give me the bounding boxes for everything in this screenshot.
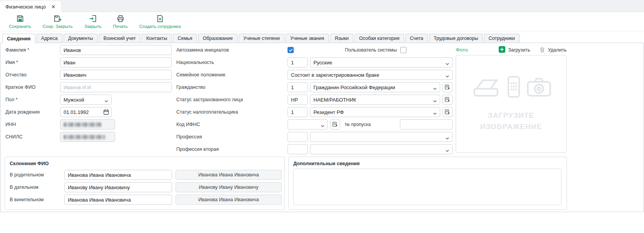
field-patronymic: Отчество: [5, 70, 172, 80]
create-employee-button[interactable]: Создать сотрудника: [134, 13, 187, 30]
dative-suggestion-button[interactable]: Иванову Ивану Ивановичу: [176, 182, 282, 192]
tab-uchenye-zvaniya[interactable]: Ученые звания: [286, 34, 329, 43]
genitive-label: В родительном: [10, 172, 64, 178]
ifns-code-select[interactable]: [288, 119, 328, 129]
save-close-button[interactable]: Сохр. Закрыть: [37, 13, 78, 30]
gender-select[interactable]: Мужской: [60, 95, 112, 105]
citizenship-lookup-button[interactable]: [443, 82, 453, 92]
declension-row-genitive: В родительном Иванова Ивана Ивановича: [10, 170, 282, 180]
tab-kontakty[interactable]: Контакты: [141, 34, 172, 43]
citizenship-code-input[interactable]: [288, 82, 308, 92]
photo-upload-button[interactable]: Загрузить: [499, 46, 530, 54]
tab-osobaya-kategoriya[interactable]: Особая категория: [355, 34, 404, 43]
tab-dokumenty[interactable]: Документы: [64, 34, 98, 43]
trash-icon: [539, 47, 545, 54]
close-button[interactable]: Закрыть: [79, 13, 107, 30]
insured-status-lookup-button[interactable]: [443, 95, 453, 105]
nationality-code-input[interactable]: [288, 57, 308, 67]
short-fio-input[interactable]: [60, 82, 172, 92]
field-birth-date: Дата рождения: [5, 107, 112, 117]
marital-status-select[interactable]: Состоит в зарегистрированном браке: [288, 70, 453, 80]
ifns-code-label: Код ИФНС: [176, 122, 288, 127]
declension-row-dative: В дательном Иванову Ивану Ивановичу: [10, 182, 282, 192]
genitive-input[interactable]: [64, 170, 172, 180]
chevron-down-icon: [445, 148, 449, 151]
tab-sotrudniki[interactable]: Сотрудники: [484, 34, 520, 43]
print-button[interactable]: Печать: [107, 13, 134, 30]
exit-icon: [89, 14, 97, 23]
taxpayer-status-lookup-button[interactable]: [443, 107, 453, 117]
inn-input[interactable]: [60, 119, 115, 129]
auto-initials-label: Автозамена инициалов: [176, 47, 288, 53]
field-short-fio: Краткое ФИО: [5, 82, 172, 92]
calendar-icon[interactable]: [103, 109, 109, 115]
dative-input[interactable]: [64, 182, 172, 192]
chevron-down-icon: [104, 98, 108, 101]
camera-icon: [526, 76, 552, 100]
photo-placeholder-icons: [470, 76, 552, 100]
field-marital-status: Семейное положение Состоит в зарегистрир…: [176, 70, 453, 80]
profession-second-label: Профессия вторая: [176, 147, 288, 152]
auto-initials-checkbox[interactable]: [288, 47, 294, 53]
print-label: Печать: [113, 24, 128, 29]
nationality-select[interactable]: Русские: [310, 57, 453, 67]
additional-info-textarea[interactable]: [293, 169, 561, 205]
field-gender: Пол * Мужской: [5, 95, 112, 105]
dative-label: В дательном: [10, 185, 64, 190]
citizenship-label: Гражданство: [176, 85, 288, 90]
tab-bar: Сведения Адреса Документы Воинский учет …: [2, 34, 520, 43]
create-employee-icon: [156, 14, 164, 23]
photo-dropzone[interactable]: ЗАГРУЗИТЕ ИЗОБРАЖЕНИЕ: [456, 55, 567, 153]
snils-input[interactable]: [60, 132, 115, 142]
save-button[interactable]: Сохранить: [3, 13, 37, 30]
field-inn: ИНН: [5, 119, 115, 129]
profession-code-input[interactable]: [288, 132, 308, 142]
accusative-input[interactable]: [64, 195, 172, 205]
firstname-input[interactable]: [60, 57, 172, 67]
taxpayer-status-select[interactable]: Резидент РФ: [310, 107, 440, 117]
insured-status-select[interactable]: НАЕМ/РАБОТНИК: [310, 95, 440, 105]
tab-yazyki[interactable]: Языки: [330, 34, 353, 43]
profession-select[interactable]: [310, 132, 453, 142]
field-ifns-code: Код ИФНС № пропуска: [176, 119, 453, 129]
patronymic-input[interactable]: [60, 70, 172, 80]
pass-number-input[interactable]: [400, 119, 453, 129]
tab-svedeniya[interactable]: Сведения: [2, 34, 35, 43]
taxpayer-status-code-input[interactable]: [288, 107, 308, 117]
phone-icon: [507, 76, 521, 100]
insured-status-code-input[interactable]: [288, 95, 308, 105]
tab-semya[interactable]: Семья: [173, 34, 197, 43]
tab-scheta[interactable]: Счета: [405, 34, 428, 43]
tab-obrazovanie[interactable]: Образование: [198, 34, 237, 43]
surname-input[interactable]: [60, 45, 172, 55]
tab-trudovye-dogovory[interactable]: Трудовые договоры: [429, 34, 483, 43]
field-firstname: Имя *: [5, 57, 172, 67]
accusative-suggestion-button[interactable]: Иванова Ивана Ивановича: [176, 195, 282, 205]
close-label: Закрыть: [84, 24, 102, 29]
genitive-suggestion-button[interactable]: Иванова Ивана Ивановича: [176, 170, 282, 180]
tab-voinskiy-uchet[interactable]: Воинский учет: [99, 34, 140, 43]
tab-uchenye-stepeni[interactable]: Ученые степени: [239, 34, 284, 43]
tab-adresa[interactable]: Адреса: [36, 34, 62, 43]
plus-icon: [499, 46, 505, 54]
taxpayer-status-label: Статус налогоплательщика: [176, 109, 288, 115]
photo-label: Фото: [456, 47, 468, 53]
declensions-panel: Склонения ФИО В родительном Иванова Иван…: [5, 157, 285, 210]
citizenship-select[interactable]: Гражданин Российской Федерации: [310, 82, 440, 92]
save-label: Сохранить: [9, 24, 31, 29]
profession-label: Профессия: [176, 134, 288, 140]
lookup-icon: [444, 84, 451, 90]
document-tab[interactable]: Физическое лицо ✕: [0, 1, 61, 12]
lookup-icon: [332, 121, 338, 128]
photo-delete-button[interactable]: Удалить: [539, 47, 567, 54]
profession-second-select[interactable]: [310, 144, 453, 154]
field-snils: СНИЛС: [5, 132, 115, 142]
save-close-icon: [53, 14, 62, 23]
close-icon[interactable]: ✕: [51, 4, 55, 9]
declensions-title: Склонения ФИО: [10, 161, 49, 166]
system-user-checkbox[interactable]: [400, 47, 406, 53]
field-auto-initials: Автозамена инициалов Пользователь систем…: [176, 45, 406, 55]
chevron-down-icon: [320, 123, 325, 126]
ifns-lookup-button[interactable]: [330, 119, 340, 129]
profession-second-code-input[interactable]: [288, 144, 308, 154]
